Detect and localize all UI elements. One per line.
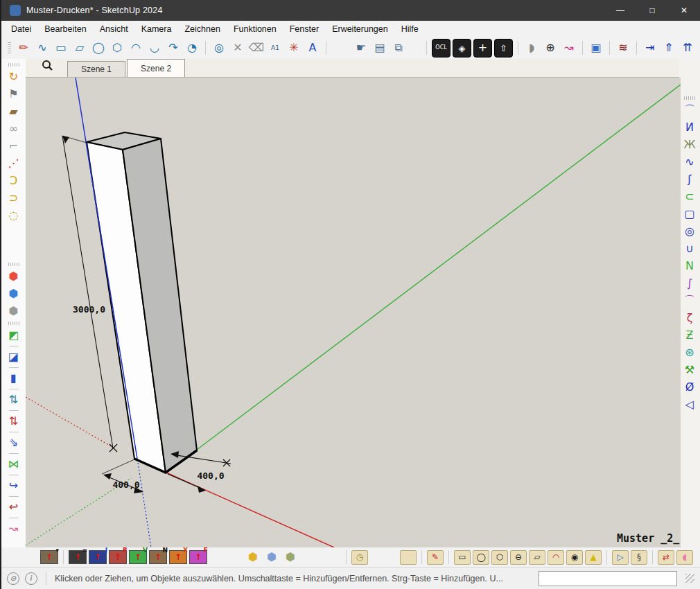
profile-bars-icon[interactable]: ⇈ — [679, 39, 696, 56]
freehand-tool-icon[interactable]: ∿ — [34, 39, 51, 56]
surface-cone-icon[interactable]: ▲ — [585, 550, 602, 565]
dimension-depth-right[interactable]: 400,0 — [168, 451, 231, 493]
round-corner-green-icon[interactable]: ⬢ — [282, 549, 299, 565]
maximize-button[interactable]: □ — [636, 0, 668, 21]
axes-tool-icon[interactable]: ✳ — [286, 39, 302, 56]
dim-label-height[interactable]: 3000,0 — [73, 304, 105, 315]
menu-item-fenster[interactable]: Fenster — [290, 24, 319, 34]
menu-item-bearbeiten[interactable]: Bearbeiten — [44, 24, 86, 34]
rotated-rectangle-tool-icon[interactable]: ▱ — [71, 39, 88, 56]
round-corner-blue-icon[interactable]: ⬢ — [263, 549, 280, 565]
dimension-text-tool-icon[interactable]: A1 — [267, 39, 283, 56]
close-button[interactable]: ✕ — [668, 0, 700, 21]
import-bars-icon[interactable]: ⇥ — [642, 39, 658, 56]
red-blue-curve-icon[interactable]: ζ — [681, 310, 698, 326]
s-spline-icon[interactable]: ʃ — [681, 171, 698, 188]
extrude-x-icon[interactable]: ↑X — [169, 550, 187, 564]
arc-yellow-tool-icon[interactable]: Ɔ — [6, 173, 22, 189]
geolocation-globe-icon[interactable]: ⊕ — [542, 39, 559, 56]
updown-blue-green-icon[interactable]: ⇅ — [6, 392, 22, 408]
pie-tool-icon[interactable]: ◔ — [184, 39, 200, 56]
eraser-tool-icon[interactable]: ⌫ — [248, 39, 265, 56]
push-hand-tool-icon[interactable]: ☛ — [353, 39, 369, 56]
viewport-3d[interactable]: 3000,0 400,0 400,0 Muster _2_ — [26, 78, 681, 547]
dim-label-right[interactable]: 400,0 — [197, 471, 224, 481]
purple-arc-icon[interactable]: ⌒ — [681, 292, 698, 309]
arc-tool-icon[interactable]: ◠ — [128, 39, 144, 56]
measurements-input[interactable] — [539, 571, 677, 586]
three-point-arc-tool-icon[interactable]: ↷ — [165, 39, 182, 56]
3d-text-tool-icon[interactable]: A — [304, 39, 321, 56]
diagonal-arrow-icon[interactable]: ⇘ — [6, 434, 22, 451]
purple-s-curve-icon[interactable]: ∫ — [681, 275, 698, 292]
search-icon[interactable] — [41, 60, 53, 75]
soap-skin-icon[interactable]: ▣ — [588, 39, 604, 56]
tape-measure-tool-icon[interactable]: ◎ — [211, 39, 227, 56]
toolbar-drag-handle[interactable] — [8, 63, 19, 67]
surface-pencil-icon[interactable]: ✎ — [427, 550, 444, 565]
push-blue-face-icon[interactable]: ◪ — [6, 349, 22, 365]
push-green-face-icon[interactable]: ◩ — [6, 327, 22, 344]
u-curve-icon[interactable]: ∪ — [681, 240, 698, 257]
solid-blue-cube-icon[interactable]: ⬢ — [6, 285, 22, 302]
spiral-circle-icon[interactable]: ◎ — [681, 223, 698, 240]
circle-tool-icon[interactable]: ◯ — [90, 39, 107, 56]
red-axis-line[interactable] — [166, 473, 334, 547]
solid-gray-cube-icon[interactable]: ⬢ — [6, 303, 22, 319]
fly-polyline-icon[interactable]: Ж — [681, 137, 698, 153]
ocl-button-icon[interactable]: OCL — [432, 39, 450, 58]
round-corner-yellow-icon[interactable]: ⬢ — [245, 549, 261, 565]
pink-bend-icon[interactable]: ↝ — [6, 520, 22, 537]
blue-triangle-d-icon[interactable]: ◁ — [681, 396, 698, 413]
surface-offset-icon[interactable]: ⇄ — [658, 550, 674, 565]
minimize-button[interactable]: — — [604, 0, 636, 21]
toolbar-drag-handle[interactable] — [8, 263, 19, 266]
rectangle-tool-icon[interactable]: ▭ — [53, 39, 69, 56]
wave-spline-icon[interactable]: ∿ — [681, 154, 698, 170]
surface-ellipse-icon[interactable]: ⊖ — [510, 550, 527, 565]
fold-tool-icon[interactable]: ▰ — [6, 103, 22, 120]
curve-arrow-blue-icon[interactable]: ↪ — [6, 477, 22, 494]
info-status-icon[interactable]: i — [25, 572, 37, 585]
green-zigzag-icon[interactable]: N — [681, 258, 698, 274]
move-axes-icon[interactable]: + — [473, 39, 492, 58]
green-axis-line[interactable] — [197, 85, 681, 450]
extrude-box-tool-icon[interactable]: ↑▾ — [40, 550, 58, 564]
menu-item-funktionen[interactable]: Funktionen — [234, 24, 277, 34]
menu-item-kamera[interactable]: Kamera — [141, 24, 172, 34]
extrude-v-icon[interactable]: ↑V — [129, 550, 147, 564]
menu-item-datei[interactable]: Datei — [11, 24, 31, 34]
title-bar[interactable]: Muster-Drucken* - SketchUp 2024 —□✕ — [1, 0, 700, 21]
bezier-arc-icon[interactable]: ⌒ — [681, 102, 698, 118]
toolbar-drag-handle[interactable] — [8, 322, 19, 325]
report-arrow-icon[interactable]: ⇑ — [660, 39, 677, 56]
surface-contour-icon[interactable]: ▷ — [612, 550, 629, 565]
surface-eraser-icon[interactable]: ◖ — [676, 550, 693, 565]
surface-arc-icon[interactable]: ◠ — [548, 550, 564, 565]
green-arc-icon[interactable]: ⊂ — [681, 188, 698, 205]
teal-polygon-icon[interactable]: ⊛ — [681, 344, 698, 361]
curve-loop-tool-icon[interactable]: ∞ — [6, 121, 22, 137]
wrench-icon[interactable]: ⚒ — [681, 362, 698, 378]
extrude-bar-icon[interactable]: ▮ — [6, 370, 22, 387]
surface-parallelogram-icon[interactable]: ▱ — [529, 550, 545, 565]
menu-item-hilfe[interactable]: Hilfe — [401, 24, 419, 34]
green-zigzag-line-icon[interactable]: Ƶ — [681, 327, 698, 344]
polygon-tool-icon[interactable]: ⬡ — [109, 39, 125, 56]
timer-box-icon[interactable]: ◷ — [351, 550, 368, 565]
material-painter-icon[interactable]: ◈ — [453, 39, 471, 58]
scene-tab-1[interactable]: Szene 1 — [67, 61, 125, 77]
curve-arrow-red-icon[interactable]: ↩ — [6, 499, 22, 516]
resize-grip[interactable] — [685, 574, 694, 583]
extrude-n-icon[interactable]: ↑N — [149, 550, 167, 564]
polyline-icon[interactable]: И — [681, 119, 698, 136]
menu-item-erweiterungen[interactable]: Erweiterungen — [332, 24, 388, 34]
sandbox-surface-icon[interactable]: ◗ — [523, 39, 540, 56]
flag-tool-icon[interactable]: ⚑ — [6, 86, 22, 103]
surface-blank-icon[interactable] — [400, 550, 417, 565]
surface-circle3p-icon[interactable]: ◉ — [566, 550, 583, 565]
solid-red-cube-icon[interactable]: ⬢ — [6, 268, 22, 285]
blue-d-shapes-icon[interactable]: Ø — [681, 379, 698, 396]
updown-red-icon[interactable]: ⇅ — [6, 413, 22, 430]
dotted-circle-tool-icon[interactable]: ◌ — [6, 207, 22, 224]
